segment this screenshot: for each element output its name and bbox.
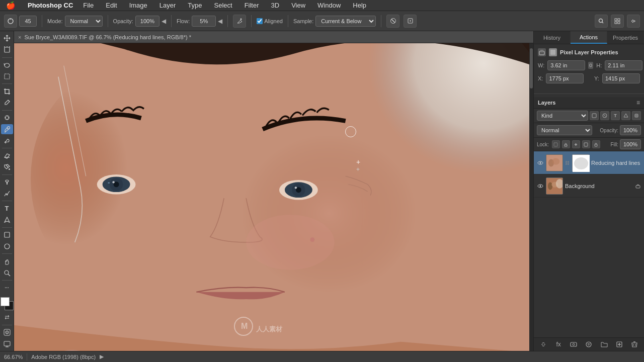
opacity-options-btn[interactable]: ◀ [162,18,166,25]
menu-3d[interactable]: 3D [269,2,282,9]
open-clone-source-btn[interactable] [404,15,417,28]
healing-brush-tool[interactable] [1,113,13,123]
add-layer-style-btn[interactable]: fx [554,340,563,349]
filter-shape-btn[interactable] [621,111,630,120]
menu-window[interactable]: Window [315,2,343,9]
foreground-color-swatch[interactable] [1,297,10,306]
menu-edit[interactable]: Edit [104,2,119,9]
layers-toolbar: Kind Name Effect Mode T [534,109,644,123]
layer-visibility-btn[interactable] [537,183,544,190]
delete-layer-btn[interactable] [630,340,639,349]
y-input[interactable] [602,73,640,83]
filter-adjustment-btn[interactable] [600,111,609,120]
ellipse-tool[interactable] [1,241,13,252]
dodge-tool[interactable] [1,177,13,188]
search-btn[interactable] [595,15,608,28]
eyedropper-tool[interactable] [1,98,13,108]
menu-layer[interactable]: Layer [157,2,178,9]
layers-header: Layers ≡ [534,97,644,109]
layer-item[interactable]: ⛓ Reducing hard lines [534,151,644,174]
lock-image-btn[interactable] [562,140,570,148]
swap-colors-btn[interactable] [1,312,13,323]
menu-select[interactable]: Select [212,2,234,9]
new-group-btn[interactable] [600,340,609,349]
menu-image[interactable]: Image [127,2,149,9]
width-input[interactable] [547,60,585,70]
tool-sep-4 [2,148,12,148]
healing-brush-button[interactable] [4,15,17,28]
artboard-tool[interactable] [1,45,13,55]
add-mask-btn[interactable] [569,340,578,349]
x-input[interactable] [546,73,584,83]
menu-view[interactable]: View [289,2,307,9]
blend-mode-select[interactable]: Normal Multiply Screen Overlay [537,125,592,135]
ignore-adjustments-btn[interactable] [386,15,399,28]
airbrush-toggle[interactable] [233,15,246,28]
status-arrow-btn[interactable]: ▶ [100,353,104,360]
new-fill-adj-btn[interactable] [584,340,593,349]
tab-history[interactable]: History [534,31,571,44]
layers-menu-btn[interactable]: ≡ [636,99,640,106]
lock-transparent-btn[interactable] [552,140,560,148]
flow-input[interactable] [192,16,216,27]
properties-title: Pixel Layer Properties [560,49,618,55]
mode-select[interactable]: Normal Replace Multiply [65,16,103,27]
link-layers-btn[interactable] [539,340,548,349]
layer-info: Reducing hard lines [591,160,641,166]
arrange-btn[interactable] [611,15,624,28]
history-brush-tool[interactable] [1,135,13,146]
tool-sep-7 [2,227,12,228]
zoom-tool[interactable] [1,267,13,278]
paint-bucket-tool[interactable] [1,162,13,172]
marquee-tool[interactable] [1,71,13,81]
aligned-group[interactable]: Aligned [257,18,283,24]
move-tool[interactable] [1,33,13,44]
tab-close-btn[interactable]: × [18,34,21,40]
path-selection-tool[interactable] [1,215,13,225]
layer-item[interactable]: Background [534,174,644,198]
extra-tools[interactable]: ··· [1,283,13,293]
layer-filter-select[interactable]: Kind Name Effect Mode [537,111,588,121]
clone-stamp-tool[interactable] [1,124,13,135]
menu-file[interactable]: File [81,2,96,9]
sample-select[interactable]: Current & Below All Layers Current Layer [315,16,376,27]
lock-all-btn[interactable] [592,140,600,148]
height-input[interactable] [605,60,642,70]
canvas-content[interactable]: + M 人人素材 [14,43,533,351]
layer-name: Reducing hard lines [591,160,641,166]
quick-mask-btn[interactable] [1,327,13,338]
aligned-checkbox[interactable] [257,18,263,24]
fill-value-input[interactable] [620,139,641,149]
text-tool[interactable]: T [1,203,13,214]
hand-tool[interactable] [1,256,13,266]
lock-artboard-btn[interactable] [582,140,590,148]
menu-help[interactable]: Help [351,2,368,9]
new-layer-btn[interactable] [615,340,624,349]
flow-options-btn[interactable]: ◀ [218,18,222,25]
fill-label: Fill: [610,142,618,147]
opacity-input[interactable] [135,16,159,27]
canvas-scrollbar[interactable] [529,43,533,351]
shape-tool[interactable] [1,230,13,240]
lock-position-btn[interactable] [572,140,580,148]
tab-properties[interactable]: Properties [607,31,644,44]
filter-pixel-btn[interactable] [590,111,599,120]
opacity-value-input[interactable] [620,125,641,135]
svg-point-78 [552,158,559,164]
share-btn[interactable] [627,15,640,28]
link-dimensions-btn[interactable] [588,62,593,69]
tab-actions[interactable]: Actions [571,31,607,44]
scrollbar-thumb[interactable] [530,48,533,88]
screen-mode-btn[interactable] [1,338,13,349]
y-label: Y: [594,75,599,81]
eraser-tool[interactable] [1,150,13,161]
pen-tool[interactable] [1,189,13,199]
menu-filter[interactable]: Filter [243,2,261,9]
filter-smart-btn[interactable] [632,111,641,120]
layer-visibility-btn[interactable] [537,159,544,166]
menu-type[interactable]: Type [186,2,204,9]
crop-tool[interactable] [1,86,13,97]
lasso-tool[interactable] [1,60,13,70]
filter-type-btn[interactable]: T [611,111,620,120]
apple-menu[interactable]: 🍎 [4,1,18,10]
